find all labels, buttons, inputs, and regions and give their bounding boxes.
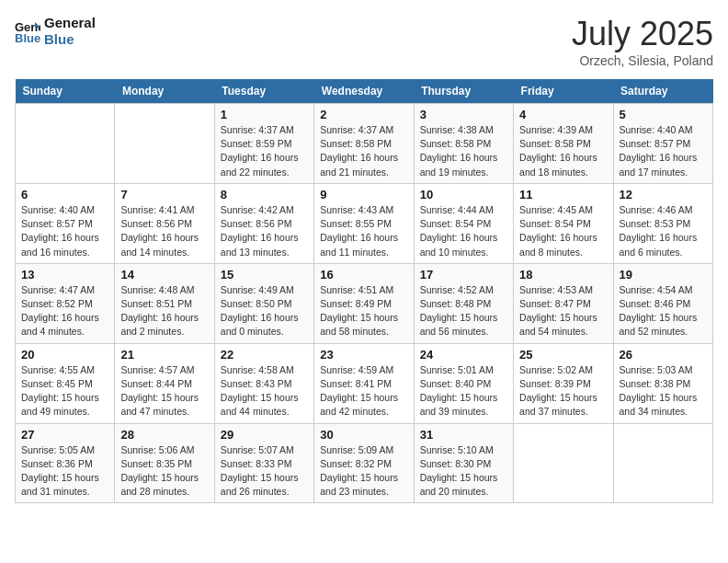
- day-number: 2: [320, 108, 407, 121]
- location-subtitle: Orzech, Silesia, Poland: [572, 53, 713, 68]
- day-info: Sunrise: 5:03 AM Sunset: 8:38 PM Dayligh…: [620, 363, 707, 419]
- calendar-cell: [514, 423, 613, 503]
- day-number: 5: [620, 108, 707, 121]
- calendar-table: SundayMondayTuesdayWednesdayThursdayFrid…: [15, 79, 713, 503]
- day-info: Sunrise: 4:51 AM Sunset: 8:49 PM Dayligh…: [320, 283, 407, 339]
- day-info: Sunrise: 5:05 AM Sunset: 8:36 PM Dayligh…: [21, 443, 108, 500]
- day-info: Sunrise: 5:01 AM Sunset: 8:40 PM Dayligh…: [420, 363, 507, 419]
- weekday-header-wednesday: Wednesday: [314, 79, 414, 104]
- week-row-2: 6Sunrise: 4:40 AM Sunset: 8:57 PM Daylig…: [16, 183, 713, 263]
- day-number: 15: [221, 268, 308, 282]
- calendar-cell: 29Sunrise: 5:07 AM Sunset: 8:33 PM Dayli…: [214, 423, 313, 503]
- day-number: 9: [320, 188, 407, 201]
- calendar-cell: 15Sunrise: 4:49 AM Sunset: 8:50 PM Dayli…: [214, 263, 313, 343]
- day-number: 11: [519, 188, 607, 201]
- day-info: Sunrise: 4:43 AM Sunset: 8:55 PM Dayligh…: [320, 203, 407, 259]
- calendar-cell: 20Sunrise: 4:55 AM Sunset: 8:45 PM Dayli…: [16, 343, 115, 423]
- logo-icon: General Blue: [15, 18, 40, 44]
- day-number: 12: [620, 188, 707, 201]
- title-block: July 2025 Orzech, Silesia, Poland: [572, 15, 713, 68]
- calendar-cell: 5Sunrise: 4:40 AM Sunset: 8:57 PM Daylig…: [613, 104, 712, 184]
- calendar-cell: 7Sunrise: 4:41 AM Sunset: 8:56 PM Daylig…: [115, 183, 214, 263]
- logo: General Blue General Blue: [15, 15, 96, 48]
- day-number: 25: [519, 348, 607, 362]
- day-number: 22: [221, 348, 308, 362]
- week-row-5: 27Sunrise: 5:05 AM Sunset: 8:36 PM Dayli…: [16, 423, 713, 503]
- calendar-cell: 17Sunrise: 4:52 AM Sunset: 8:48 PM Dayli…: [414, 263, 513, 343]
- calendar-cell: 27Sunrise: 5:05 AM Sunset: 8:36 PM Dayli…: [16, 423, 115, 503]
- calendar-cell: 26Sunrise: 5:03 AM Sunset: 8:38 PM Dayli…: [613, 343, 712, 423]
- calendar-cell: [16, 104, 115, 184]
- day-number: 21: [120, 348, 208, 362]
- day-number: 31: [420, 428, 507, 442]
- week-row-4: 20Sunrise: 4:55 AM Sunset: 8:45 PM Dayli…: [16, 343, 713, 423]
- calendar-cell: 21Sunrise: 4:57 AM Sunset: 8:44 PM Dayli…: [115, 343, 214, 423]
- day-number: 1: [221, 108, 308, 121]
- page-header: General Blue General Blue July 2025 Orze…: [15, 15, 713, 68]
- logo-blue: Blue: [44, 31, 96, 48]
- day-info: Sunrise: 4:59 AM Sunset: 8:41 PM Dayligh…: [320, 363, 407, 419]
- day-number: 6: [21, 188, 108, 201]
- day-number: 29: [221, 428, 308, 442]
- month-title: July 2025: [572, 15, 713, 53]
- day-info: Sunrise: 4:41 AM Sunset: 8:56 PM Dayligh…: [120, 203, 208, 259]
- day-info: Sunrise: 4:49 AM Sunset: 8:50 PM Dayligh…: [221, 283, 308, 339]
- weekday-header-monday: Monday: [115, 79, 214, 104]
- calendar-cell: 16Sunrise: 4:51 AM Sunset: 8:49 PM Dayli…: [314, 263, 414, 343]
- calendar-cell: 12Sunrise: 4:46 AM Sunset: 8:53 PM Dayli…: [613, 183, 712, 263]
- calendar-cell: 25Sunrise: 5:02 AM Sunset: 8:39 PM Dayli…: [514, 343, 613, 423]
- calendar-cell: 22Sunrise: 4:58 AM Sunset: 8:43 PM Dayli…: [214, 343, 313, 423]
- day-number: 19: [620, 268, 707, 282]
- day-number: 8: [221, 188, 308, 201]
- calendar-cell: [115, 104, 214, 184]
- day-number: 23: [320, 348, 407, 362]
- day-number: 30: [320, 428, 407, 442]
- day-info: Sunrise: 4:54 AM Sunset: 8:46 PM Dayligh…: [620, 283, 707, 339]
- calendar-cell: 31Sunrise: 5:10 AM Sunset: 8:30 PM Dayli…: [414, 423, 513, 503]
- day-info: Sunrise: 4:44 AM Sunset: 8:54 PM Dayligh…: [420, 203, 507, 259]
- day-number: 20: [21, 348, 108, 362]
- day-number: 18: [519, 268, 607, 282]
- day-info: Sunrise: 4:48 AM Sunset: 8:51 PM Dayligh…: [120, 283, 208, 339]
- calendar-cell: 19Sunrise: 4:54 AM Sunset: 8:46 PM Dayli…: [613, 263, 712, 343]
- day-info: Sunrise: 5:07 AM Sunset: 8:33 PM Dayligh…: [221, 443, 308, 500]
- day-info: Sunrise: 4:42 AM Sunset: 8:56 PM Dayligh…: [221, 203, 308, 259]
- day-info: Sunrise: 4:55 AM Sunset: 8:45 PM Dayligh…: [21, 363, 108, 419]
- calendar-cell: 2Sunrise: 4:37 AM Sunset: 8:58 PM Daylig…: [314, 104, 414, 184]
- day-number: 13: [21, 268, 108, 282]
- day-number: 16: [320, 268, 407, 282]
- day-number: 7: [120, 188, 208, 201]
- day-info: Sunrise: 4:37 AM Sunset: 8:59 PM Dayligh…: [221, 123, 308, 179]
- week-row-1: 1Sunrise: 4:37 AM Sunset: 8:59 PM Daylig…: [16, 104, 713, 184]
- day-number: 14: [120, 268, 208, 282]
- weekday-header-saturday: Saturday: [613, 79, 712, 104]
- day-number: 27: [21, 428, 108, 442]
- calendar-cell: 24Sunrise: 5:01 AM Sunset: 8:40 PM Dayli…: [414, 343, 513, 423]
- day-info: Sunrise: 5:02 AM Sunset: 8:39 PM Dayligh…: [519, 363, 607, 419]
- calendar-cell: [613, 423, 712, 503]
- calendar-cell: 10Sunrise: 4:44 AM Sunset: 8:54 PM Dayli…: [414, 183, 513, 263]
- calendar-cell: 6Sunrise: 4:40 AM Sunset: 8:57 PM Daylig…: [16, 183, 115, 263]
- day-number: 10: [420, 188, 507, 201]
- calendar-cell: 28Sunrise: 5:06 AM Sunset: 8:35 PM Dayli…: [115, 423, 214, 503]
- calendar-cell: 13Sunrise: 4:47 AM Sunset: 8:52 PM Dayli…: [16, 263, 115, 343]
- calendar-cell: 8Sunrise: 4:42 AM Sunset: 8:56 PM Daylig…: [214, 183, 313, 263]
- day-info: Sunrise: 4:40 AM Sunset: 8:57 PM Dayligh…: [21, 203, 108, 259]
- day-info: Sunrise: 4:53 AM Sunset: 8:47 PM Dayligh…: [519, 283, 607, 339]
- day-info: Sunrise: 4:45 AM Sunset: 8:54 PM Dayligh…: [519, 203, 607, 259]
- day-info: Sunrise: 4:40 AM Sunset: 8:57 PM Dayligh…: [620, 123, 707, 179]
- day-info: Sunrise: 4:39 AM Sunset: 8:58 PM Dayligh…: [519, 123, 607, 179]
- calendar-cell: 4Sunrise: 4:39 AM Sunset: 8:58 PM Daylig…: [514, 104, 613, 184]
- weekday-header-sunday: Sunday: [16, 79, 115, 104]
- day-number: 28: [120, 428, 208, 442]
- day-info: Sunrise: 5:10 AM Sunset: 8:30 PM Dayligh…: [420, 443, 507, 500]
- day-number: 3: [420, 108, 507, 121]
- day-info: Sunrise: 4:47 AM Sunset: 8:52 PM Dayligh…: [21, 283, 108, 339]
- calendar-cell: 3Sunrise: 4:38 AM Sunset: 8:58 PM Daylig…: [414, 104, 513, 184]
- calendar-cell: 9Sunrise: 4:43 AM Sunset: 8:55 PM Daylig…: [314, 183, 414, 263]
- day-number: 24: [420, 348, 507, 362]
- day-info: Sunrise: 4:58 AM Sunset: 8:43 PM Dayligh…: [221, 363, 308, 419]
- calendar-cell: 30Sunrise: 5:09 AM Sunset: 8:32 PM Dayli…: [314, 423, 414, 503]
- calendar-cell: 23Sunrise: 4:59 AM Sunset: 8:41 PM Dayli…: [314, 343, 414, 423]
- day-info: Sunrise: 4:57 AM Sunset: 8:44 PM Dayligh…: [120, 363, 208, 419]
